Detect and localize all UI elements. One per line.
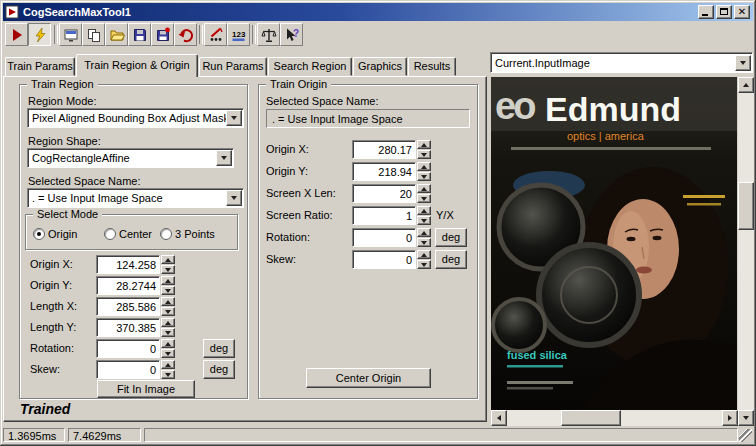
screen-ratio-input[interactable]: 1: [352, 206, 416, 225]
tab-search-region[interactable]: Search Region: [268, 57, 352, 76]
undo-button[interactable]: [174, 23, 197, 46]
origin-x-input[interactable]: 280.17: [352, 140, 416, 159]
scroll-up-button[interactable]: [738, 77, 754, 93]
region-rotation-deg-button[interactable]: deg: [203, 339, 235, 358]
origin-rotation-input[interactable]: 0: [352, 228, 416, 247]
spin-down-button[interactable]: [417, 150, 431, 159]
spin-down-button[interactable]: [417, 238, 431, 247]
center-origin-button[interactable]: Center Origin: [306, 368, 431, 388]
copy-button[interactable]: [82, 23, 105, 46]
region-origin-y-input[interactable]: 28.2744: [96, 276, 160, 295]
spin-up-button[interactable]: [417, 162, 431, 171]
radio-origin[interactable]: [33, 228, 45, 240]
origin-skew-input[interactable]: 0: [352, 250, 416, 269]
minimize-button[interactable]: [698, 5, 714, 19]
save-button[interactable]: [128, 23, 151, 46]
region-length-x-input[interactable]: 285.586: [96, 297, 160, 316]
region-skew-input[interactable]: 0: [96, 360, 160, 379]
radio-center-label[interactable]: Center: [119, 228, 152, 241]
region-shape-select[interactable]: CogRectangleAffine: [27, 148, 234, 168]
region-origin-x-input[interactable]: 124.258: [96, 255, 160, 274]
tab-train-params[interactable]: Train Params: [5, 57, 75, 76]
chevron-down-icon[interactable]: [226, 110, 242, 126]
scroll-down-button[interactable]: [738, 410, 754, 426]
chevron-down-icon[interactable]: [735, 55, 751, 71]
spin-down-button[interactable]: [417, 194, 431, 203]
help-button[interactable]: ?: [280, 23, 303, 46]
origin-rotation-deg-button[interactable]: deg: [435, 228, 467, 247]
chevron-down-icon[interactable]: [226, 190, 242, 206]
screen-x-len-spinner[interactable]: 20: [352, 184, 431, 203]
region-length-y-spinner[interactable]: 370.385: [96, 318, 175, 337]
maximize-button[interactable]: [716, 5, 732, 19]
spin-up-button[interactable]: [417, 184, 431, 193]
region-origin-x-spinner[interactable]: 124.258: [96, 255, 175, 274]
title-bar[interactable]: CogSearchMaxTool1 ✕: [3, 3, 753, 21]
tab-graphics[interactable]: Graphics: [353, 57, 407, 76]
spin-up-button[interactable]: [161, 360, 175, 369]
tab-train-region-origin[interactable]: Train Region & Origin: [76, 54, 198, 77]
origin-skew-spinner[interactable]: 0: [352, 250, 431, 269]
probe-button[interactable]: [204, 23, 227, 46]
radio-3-points[interactable]: [160, 228, 172, 240]
tab-results[interactable]: Results: [408, 57, 456, 76]
spin-up-button[interactable]: [417, 206, 431, 215]
open-button[interactable]: [105, 23, 128, 46]
region-space-select[interactable]: . = Use Input Image Space: [27, 188, 244, 208]
spin-up-button[interactable]: [161, 276, 175, 285]
origin-y-spinner[interactable]: 218.94: [352, 162, 431, 181]
close-button[interactable]: ✕: [734, 5, 750, 19]
spin-down-button[interactable]: [161, 307, 175, 316]
scroll-right-button[interactable]: [722, 410, 738, 426]
radio-3-points-label[interactable]: 3 Points: [175, 228, 215, 241]
origin-x-spinner[interactable]: 280.17: [352, 140, 431, 159]
region-length-x-spinner[interactable]: 285.586: [96, 297, 175, 316]
spin-down-button[interactable]: [161, 286, 175, 295]
numeric-button[interactable]: 123: [227, 23, 250, 46]
region-rotation-input[interactable]: 0: [96, 339, 160, 358]
spin-up-button[interactable]: [417, 250, 431, 259]
spin-up-button[interactable]: [417, 140, 431, 149]
origin-skew-deg-button[interactable]: deg: [435, 250, 467, 269]
screen-ratio-spinner[interactable]: 1: [352, 206, 431, 225]
region-skew-deg-button[interactable]: deg: [203, 360, 235, 379]
image-vertical-scrollbar[interactable]: [738, 77, 754, 426]
spin-down-button[interactable]: [161, 265, 175, 274]
balance-button[interactable]: [257, 23, 280, 46]
region-length-y-input[interactable]: 370.385: [96, 318, 160, 337]
chevron-down-icon[interactable]: [216, 150, 232, 166]
spin-up-button[interactable]: [417, 228, 431, 237]
region-rotation-spinner[interactable]: 0: [96, 339, 175, 358]
origin-rotation-spinner[interactable]: 0: [352, 228, 431, 247]
spin-up-button[interactable]: [161, 339, 175, 348]
resize-grip[interactable]: [739, 429, 752, 442]
radio-center[interactable]: [104, 228, 116, 240]
electrode-button[interactable]: [28, 23, 51, 46]
spin-up-button[interactable]: [161, 297, 175, 306]
horizontal-scroll-thumb[interactable]: [561, 410, 621, 426]
spin-up-button[interactable]: [161, 255, 175, 264]
spin-down-button[interactable]: [161, 349, 175, 358]
region-mode-select[interactable]: Pixel Aligned Bounding Box Adjust Mask: [27, 108, 244, 128]
run-button[interactable]: [5, 23, 28, 46]
image-selector-combo[interactable]: Current.InputImage: [490, 52, 753, 73]
tab-run-params[interactable]: Run Params: [199, 57, 267, 76]
save-image-button[interactable]: [151, 23, 174, 46]
vertical-scroll-thumb[interactable]: [738, 182, 754, 230]
spin-down-button[interactable]: [417, 216, 431, 225]
image-horizontal-scrollbar[interactable]: [491, 410, 738, 426]
origin-y-input[interactable]: 218.94: [352, 162, 416, 181]
screen-x-len-input[interactable]: 20: [352, 184, 416, 203]
spin-down-button[interactable]: [417, 260, 431, 269]
region-origin-y-spinner[interactable]: 28.2744: [96, 276, 175, 295]
spin-down-button[interactable]: [417, 172, 431, 181]
input-image-display[interactable]: eo Edmund optics | america fused silica: [491, 77, 737, 410]
spin-down-button[interactable]: [161, 370, 175, 379]
image-display-button[interactable]: [59, 23, 82, 46]
radio-origin-label[interactable]: Origin: [48, 228, 77, 241]
spin-up-button[interactable]: [161, 318, 175, 327]
fit-in-image-button[interactable]: Fit In Image: [97, 380, 195, 398]
scroll-left-button[interactable]: [491, 410, 507, 426]
region-skew-spinner[interactable]: 0: [96, 360, 175, 379]
spin-down-button[interactable]: [161, 328, 175, 337]
